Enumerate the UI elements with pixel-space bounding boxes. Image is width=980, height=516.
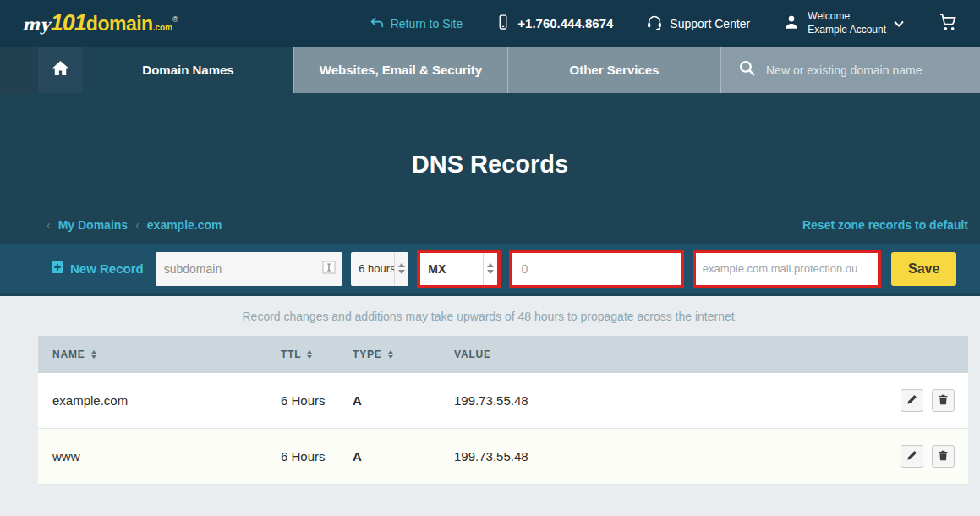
breadcrumb-chevron: ‹ xyxy=(47,218,51,232)
top-bar: my101domain.com® Return to Site +1.760.4… xyxy=(0,0,980,47)
record-type: A xyxy=(353,393,454,408)
logo-text: my xyxy=(22,14,50,35)
column-header-ttl[interactable]: TTL xyxy=(281,349,353,360)
spinner-arrows-icon xyxy=(394,252,408,286)
search-icon xyxy=(738,59,756,80)
trash-icon xyxy=(938,393,949,408)
record-type: A xyxy=(353,449,454,464)
save-button[interactable]: Save xyxy=(891,252,956,286)
nav-edge-strip xyxy=(0,47,38,93)
return-to-site-link[interactable]: Return to Site xyxy=(370,16,463,31)
domain-search-input[interactable] xyxy=(766,63,969,77)
edit-record-button[interactable] xyxy=(901,445,923,468)
chevron-down-icon xyxy=(893,16,905,31)
value-field-wrap xyxy=(693,250,882,288)
record-ttl: 6 Hours xyxy=(281,393,353,408)
home-icon xyxy=(52,60,69,80)
welcome-text: Welcome xyxy=(808,10,850,22)
record-value: 199.73.55.48 xyxy=(454,449,884,464)
record-value: 199.73.55.48 xyxy=(454,393,884,408)
return-arrow-icon xyxy=(370,16,385,31)
mobile-phone-icon xyxy=(495,14,512,33)
table-row: example.com 6 Hours A 199.73.55.48 xyxy=(38,373,968,429)
delete-record-button[interactable] xyxy=(932,445,955,468)
column-header-name[interactable]: NAME xyxy=(52,349,281,360)
cart-button[interactable] xyxy=(937,11,960,36)
record-value-input[interactable] xyxy=(703,262,872,275)
subdomain-field-wrap xyxy=(156,252,343,286)
account-menu[interactable]: Welcome Example Account xyxy=(782,10,905,36)
main-nav: Domain Names Websites, Email & Security … xyxy=(0,47,980,93)
propagation-notice: Record changes and additions may take up… xyxy=(0,310,980,323)
account-name: Example Account xyxy=(808,24,886,36)
record-name: www xyxy=(52,449,281,464)
sort-icon xyxy=(307,350,312,359)
tab-domain-names[interactable]: Domain Names xyxy=(83,47,293,93)
delete-record-button[interactable] xyxy=(932,389,955,412)
breadcrumb: ‹ My Domains ‹ example.com xyxy=(47,218,222,232)
tab-websites-email-security[interactable]: Websites, Email & Security xyxy=(293,47,507,93)
ttl-value: 6 hours xyxy=(351,262,394,275)
plus-square-icon xyxy=(51,261,64,277)
column-header-type[interactable]: TYPE xyxy=(353,349,454,360)
sort-icon xyxy=(388,350,393,359)
phone-link[interactable]: +1.760.444.8674 xyxy=(495,14,613,33)
breadcrumb-domain[interactable]: example.com xyxy=(147,218,222,232)
domain-search-box xyxy=(721,47,980,93)
tab-other-services[interactable]: Other Services xyxy=(507,47,721,93)
dns-records-section: DNS Records ‹ My Domains ‹ example.com R… xyxy=(0,93,980,296)
reset-zone-records-link[interactable]: Reset zone records to default xyxy=(802,218,968,232)
record-type-value: MX xyxy=(420,262,483,276)
headset-icon xyxy=(645,13,664,34)
record-type-select[interactable]: MX xyxy=(417,250,501,288)
shopping-cart-icon xyxy=(937,11,960,36)
table-header: NAME TTL TYPE VALUE xyxy=(38,336,968,373)
record-name: example.com xyxy=(52,393,281,408)
column-header-value: VALUE xyxy=(454,349,884,360)
priority-input[interactable] xyxy=(521,262,671,276)
pencil-icon xyxy=(906,393,917,408)
ttl-select[interactable]: 6 hours xyxy=(351,252,408,286)
pencil-icon xyxy=(906,449,917,464)
site-logo[interactable]: my101domain.com® xyxy=(22,10,178,36)
breadcrumb-row: ‹ My Domains ‹ example.com Reset zone re… xyxy=(0,217,980,233)
spinner-arrows-icon xyxy=(483,253,497,285)
text-cursor-icon xyxy=(322,261,336,277)
page-title: DNS Records xyxy=(0,149,980,179)
sort-icon xyxy=(91,350,96,359)
table-row: www 6 Hours A 199.73.55.48 xyxy=(38,429,968,485)
breadcrumb-my-domains[interactable]: My Domains xyxy=(58,218,128,232)
breadcrumb-chevron: ‹ xyxy=(135,218,140,232)
record-ttl: 6 Hours xyxy=(281,449,353,464)
support-center-link[interactable]: Support Center xyxy=(645,13,750,34)
subdomain-input[interactable] xyxy=(164,262,318,276)
home-tab[interactable] xyxy=(38,47,83,93)
dns-records-table: NAME TTL TYPE VALUE example.com 6 Hours … xyxy=(38,336,968,485)
edit-record-button[interactable] xyxy=(901,389,923,412)
user-icon xyxy=(782,13,801,35)
new-record-bar: New Record 6 hours MX Save xyxy=(0,244,980,293)
new-record-button[interactable]: New Record xyxy=(51,261,144,277)
priority-field-wrap xyxy=(509,250,683,288)
trash-icon xyxy=(938,449,949,464)
records-content: Record changes and additions may take up… xyxy=(0,296,980,485)
